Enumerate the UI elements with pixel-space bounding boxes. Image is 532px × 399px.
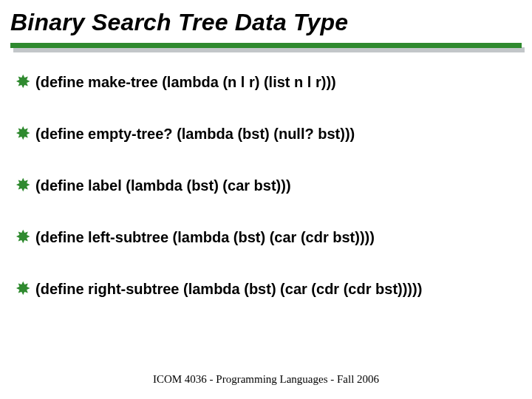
list-item: ✸ (define make-tree (lambda (n l r) (lis… <box>16 72 516 92</box>
starburst-icon: ✸ <box>16 228 31 247</box>
list-item-text: (define left-subtree (lambda (bst) (car … <box>35 228 375 247</box>
list-item-text: (define right-subtree (lambda (bst) (car… <box>35 279 422 299</box>
slide-body: ✸ (define make-tree (lambda (n l r) (lis… <box>16 72 516 331</box>
starburst-icon: ✸ <box>16 176 31 195</box>
slide-footer: ICOM 4036 - Programming Languages - Fall… <box>0 373 532 386</box>
list-item: ✸ (define right-subtree (lambda (bst) (c… <box>16 279 516 299</box>
list-item: ✸ (define label (lambda (bst) (car bst))… <box>16 176 516 195</box>
list-item-text: (define empty-tree? (lambda (bst) (null?… <box>35 124 355 143</box>
list-item: ✸ (define empty-tree? (lambda (bst) (nul… <box>16 124 516 143</box>
list-item-text: (define make-tree (lambda (n l r) (list … <box>35 72 336 92</box>
starburst-icon: ✸ <box>16 72 31 92</box>
title-underline <box>10 43 522 52</box>
list-item: ✸ (define left-subtree (lambda (bst) (ca… <box>16 228 516 247</box>
slide: Binary Search Tree Data Type ✸ (define m… <box>0 0 532 399</box>
slide-title: Binary Search Tree Data Type <box>10 9 348 36</box>
list-item-text: (define label (lambda (bst) (car bst))) <box>35 176 291 195</box>
starburst-icon: ✸ <box>16 124 31 143</box>
title-underline-bar <box>10 43 522 48</box>
title-underline-shadow <box>13 47 525 52</box>
starburst-icon: ✸ <box>16 279 31 299</box>
